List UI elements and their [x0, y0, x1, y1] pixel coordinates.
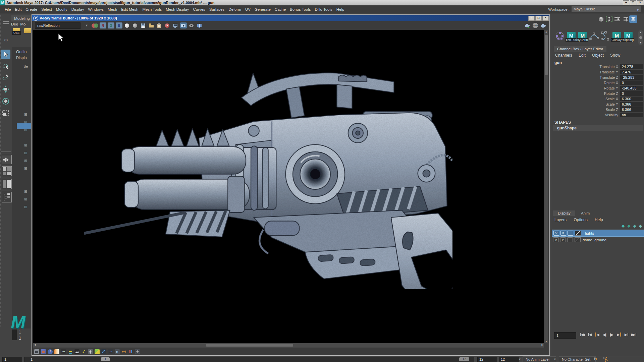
range-preset-dropdown-icon[interactable]: ▼ [518, 358, 521, 361]
attr-label[interactable]: Translate Y [599, 70, 618, 74]
step-back-key-button[interactable]: ◀ [593, 331, 601, 338]
move-tool-button[interactable] [1, 84, 10, 94]
menu-modify[interactable]: Modify [54, 7, 69, 11]
shelf-scrollbar[interactable]: ▲ ▼ [638, 30, 643, 45]
attr-value[interactable]: 6.366 [620, 97, 643, 101]
attr-label[interactable]: Scale Z [606, 108, 618, 112]
step-forward-key-button[interactable]: ▶ [615, 331, 623, 338]
playback-start-field[interactable]: 1 [19, 336, 21, 341]
green-channel-button[interactable]: G [108, 22, 114, 28]
menu-bonus-tools[interactable]: Bonus Tools [288, 7, 313, 11]
cb-object-menu[interactable]: Object [592, 53, 604, 58]
minimize-button[interactable]: – [623, 0, 629, 5]
arc-curve-shelf-icon[interactable] [588, 31, 600, 41]
rotate-tool-button[interactable] [1, 97, 10, 106]
play-forwards-button[interactable]: ▶ [608, 331, 615, 338]
menu-windows[interactable]: Windows [86, 7, 106, 11]
tool-settings-icon[interactable] [621, 15, 629, 23]
maximize-button[interactable]: □ [630, 0, 636, 5]
animation-preferences-button[interactable] [603, 357, 608, 362]
gear-icon[interactable]: ⚙ [4, 38, 8, 43]
attr-value[interactable]: on [620, 113, 643, 117]
attr-label[interactable]: Translate X [599, 65, 618, 69]
menu-display[interactable]: Display [69, 7, 86, 11]
vray-frame-buffer-window[interactable]: V V-Ray frame buffer - [100% of 1920 x 1… [32, 14, 550, 356]
duplicate-to-host-icon[interactable] [172, 22, 179, 28]
menu-curves[interactable]: Curves [191, 7, 207, 11]
node-editor-shelf-icon[interactable] [554, 31, 566, 41]
channels-menu[interactable]: Channels [555, 53, 572, 58]
render-last-icon[interactable] [524, 22, 531, 28]
attr-label[interactable]: Scale Y [605, 102, 618, 106]
vfb-vscroll-thumb[interactable] [545, 35, 548, 75]
layer-display-type-toggle[interactable] [567, 237, 573, 242]
attr-label[interactable]: Rotate Z [604, 92, 618, 96]
curves-icon[interactable] [81, 349, 86, 354]
anim-layer-dropdown-icon[interactable]: ▼ [553, 358, 556, 361]
four-pane-layout-button[interactable] [2, 166, 12, 176]
shelf-item-clipping[interactable]: M clipping [623, 31, 634, 41]
pixel-info-icon[interactable]: i [48, 349, 53, 354]
attr-label[interactable]: Rotate Y [604, 86, 618, 90]
layer-visibility-toggle[interactable]: V [553, 237, 559, 242]
layers-help-menu[interactable]: Help [595, 218, 603, 222]
rgb-color-icon[interactable] [92, 22, 98, 28]
attr-value[interactable]: 6.366 [620, 107, 643, 112]
channel-box-toggle-icon[interactable] [629, 15, 637, 23]
current-frame-field[interactable]: 1 [554, 332, 576, 339]
options-menu[interactable]: Options [574, 218, 587, 222]
window-titlebar[interactable]: M Autodesk Maya 2017: C:\Users\Dee\Docum… [0, 0, 644, 5]
layer-row-dome-ground[interactable]: V P dome_ground [552, 237, 644, 243]
attr-value[interactable]: 6.366 [620, 102, 643, 107]
folder-icon-2[interactable] [24, 28, 31, 33]
tab-anim[interactable]: Anim [576, 210, 594, 216]
histogram-icon[interactable]: H [115, 349, 120, 354]
layers-menu[interactable]: Layers [554, 218, 567, 222]
attr-label[interactable]: Rotate X [604, 81, 618, 85]
layer-visibility-toggle[interactable]: V [553, 231, 559, 236]
layer-name[interactable]: dome_ground [583, 238, 606, 242]
render-icon[interactable] [540, 22, 547, 28]
vfb-scroll-left-icon[interactable]: ◀ [34, 344, 36, 346]
vfb-scroll-down-icon[interactable]: ▼ [545, 340, 547, 343]
cb-show-menu[interactable]: Show [610, 53, 620, 58]
menu-deform[interactable]: Deform [226, 7, 243, 11]
pan-zoom-icon[interactable] [121, 349, 126, 354]
vfb-scroll-right-icon[interactable]: ▶ [542, 344, 543, 346]
go-to-end-button[interactable]: ▶▶ [630, 331, 638, 338]
layer-row-lights[interactable]: V P _lights [552, 230, 644, 237]
curve-flow-shelf-icon[interactable] [600, 31, 611, 41]
attr-label[interactable]: Visibility [605, 113, 618, 117]
humanik-icon[interactable] [605, 15, 613, 23]
attr-value[interactable]: 0 [620, 91, 643, 96]
playback-end-field[interactable]: 12 [477, 357, 497, 362]
attr-value[interactable]: -25.283 [620, 75, 643, 80]
menu-help[interactable]: Help [334, 7, 346, 11]
hsl-icon[interactable]: HSL [61, 349, 66, 354]
channel-dropdown-icon[interactable]: ▼ [85, 24, 88, 27]
monochrome-icon[interactable] [132, 22, 139, 28]
attr-label[interactable]: Scale X [605, 97, 618, 101]
shelf-item-xyshrink[interactable]: M xyShrin [577, 31, 588, 41]
menu-mesh-display[interactable]: Mesh Display [164, 7, 191, 11]
menu-surfaces[interactable]: Surfaces [207, 7, 226, 11]
vfb-vertical-scrollbar[interactable]: ▲ ▼ [544, 30, 549, 343]
outliner-persp-layout-button[interactable] [2, 192, 12, 202]
preview-window-icon[interactable] [34, 349, 39, 354]
layer-name[interactable]: _lights [583, 231, 594, 235]
menu-edit-mesh[interactable]: Edit Mesh [119, 7, 140, 11]
layer-playback-toggle[interactable]: P [560, 231, 566, 236]
workspace-dropdown[interactable]: Maya Classic ▼ [572, 6, 641, 12]
layer-color-swatch[interactable] [575, 237, 581, 242]
track-mouse-icon[interactable] [180, 22, 187, 28]
range-slider[interactable]: 1 1 12 [24, 357, 474, 362]
shape-node-row[interactable]: gunShape [553, 125, 643, 131]
menu-generate[interactable]: Generate [253, 7, 273, 11]
lasso-tool-button[interactable] [1, 62, 10, 71]
menu-dillo-tools[interactable]: Dillo Tools [313, 7, 334, 11]
grid-icon[interactable] [135, 349, 140, 354]
shelf-item-zentool[interactable]: M zenTool [566, 31, 577, 41]
channel-box-header-tab[interactable]: Channel Box / Layer Editor [554, 46, 606, 52]
menu-mesh-tools[interactable]: Mesh Tools [140, 7, 164, 11]
menu-select[interactable]: Select [39, 7, 54, 11]
